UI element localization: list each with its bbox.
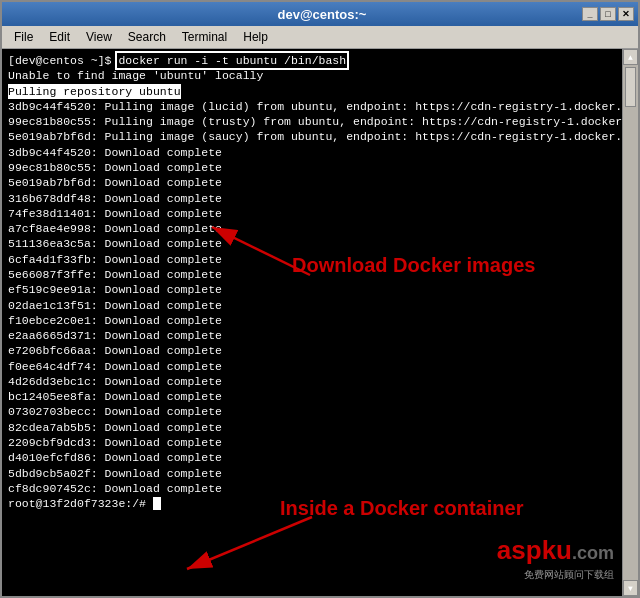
- scrollbar[interactable]: ▲ ▼: [622, 49, 638, 596]
- terminal-line: 511136ea3c5a: Download complete: [8, 236, 616, 251]
- terminal-line: 5e019ab7bf6d: Download complete: [8, 175, 616, 190]
- title-bar: dev@centos:~ _ □ ✕: [2, 2, 638, 26]
- terminal-line: 2209cbf9dcd3: Download complete: [8, 435, 616, 450]
- scroll-thumb[interactable]: [625, 67, 636, 107]
- close-button[interactable]: ✕: [618, 7, 634, 21]
- scroll-track[interactable]: [623, 65, 638, 580]
- menu-bar: FileEditViewSearchTerminalHelp: [2, 26, 638, 49]
- terminal-line: d4010efcfd86: Download complete: [8, 450, 616, 465]
- menu-item-help[interactable]: Help: [235, 28, 276, 46]
- terminal-line: Pulling repository ubuntu: [8, 84, 616, 99]
- maximize-button[interactable]: □: [600, 7, 616, 21]
- terminal-line: 5e019ab7bf6d: Pulling image (saucy) from…: [8, 129, 616, 144]
- terminal-line: bc12405ee8fa: Download complete: [8, 389, 616, 404]
- scroll-down-button[interactable]: ▼: [623, 580, 638, 596]
- terminal-line: 316b678ddf48: Download complete: [8, 191, 616, 206]
- terminal-line: 5e66087f3ffe: Download complete: [8, 267, 616, 282]
- terminal-line: 07302703becc: Download complete: [8, 404, 616, 419]
- terminal-line: f0ee64c4df74: Download complete: [8, 359, 616, 374]
- window-title: dev@centos:~: [62, 7, 582, 22]
- terminal-line: 82cdea7ab5b5: Download complete: [8, 420, 616, 435]
- menu-item-edit[interactable]: Edit: [41, 28, 78, 46]
- scroll-up-button[interactable]: ▲: [623, 49, 638, 65]
- menu-item-view[interactable]: View: [78, 28, 120, 46]
- terminal-line: 02dae1c13f51: Download complete: [8, 298, 616, 313]
- terminal-line: a7cf8ae4e998: Download complete: [8, 221, 616, 236]
- terminal-line: e7206bfc66aa: Download complete: [8, 343, 616, 358]
- terminal-line: 4d26dd3ebc1c: Download complete: [8, 374, 616, 389]
- terminal-line: ef519c9ee91a: Download complete: [8, 282, 616, 297]
- terminal-window: dev@centos:~ _ □ ✕ FileEditViewSearchTer…: [0, 0, 640, 598]
- terminal-line: 6cfa4d1f33fb: Download complete: [8, 252, 616, 267]
- terminal-line: 5dbd9cb5a02f: Download complete: [8, 466, 616, 481]
- terminal-line: 99ec81b80c55: Pulling image (trusty) fro…: [8, 114, 616, 129]
- terminal-line: 74fe38d11401: Download complete: [8, 206, 616, 221]
- menu-item-terminal[interactable]: Terminal: [174, 28, 235, 46]
- terminal-line: [dev@centos ~]$ docker run -i -t ubuntu …: [8, 53, 616, 68]
- menu-item-search[interactable]: Search: [120, 28, 174, 46]
- window-controls: _ □ ✕: [582, 7, 638, 21]
- terminal-line: Unable to find image 'ubuntu' locally: [8, 68, 616, 83]
- terminal-line: 3db9c44f4520: Download complete: [8, 145, 616, 160]
- terminal-line: cf8dc907452c: Download complete: [8, 481, 616, 496]
- minimize-button[interactable]: _: [582, 7, 598, 21]
- terminal-line: 99ec81b80c55: Download complete: [8, 160, 616, 175]
- terminal-area: [dev@centos ~]$ docker run -i -t ubuntu …: [2, 49, 638, 596]
- menu-item-file[interactable]: File: [6, 28, 41, 46]
- terminal-line: root@13f2d0f7323e:/#: [8, 496, 616, 511]
- terminal-content[interactable]: [dev@centos ~]$ docker run -i -t ubuntu …: [2, 49, 622, 596]
- terminal-line: f10ebce2c0e1: Download complete: [8, 313, 616, 328]
- terminal-line: 3db9c44f4520: Pulling image (lucid) from…: [8, 99, 616, 114]
- terminal-line: e2aa6665d371: Download complete: [8, 328, 616, 343]
